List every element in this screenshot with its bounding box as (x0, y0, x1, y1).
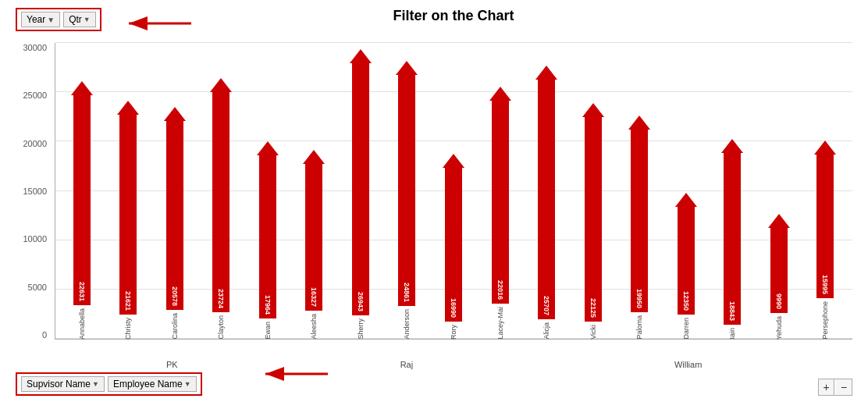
bar-value: 22016 (496, 280, 504, 300)
bottom-filter-box: Supvisor Name ▼ Employee Name ▼ (16, 372, 202, 396)
bar-group: 26943Sherry (337, 43, 384, 340)
x-axis-label: Anderson (403, 309, 411, 340)
top-arrow-annotation (121, 4, 199, 46)
employee-filter-button[interactable]: Employee Name ▼ (108, 376, 197, 392)
y-label-30000: 30000 (23, 43, 47, 52)
x-axis-label: Ewan (264, 322, 272, 340)
bar-value: 9990 (775, 293, 783, 309)
bar-value: 17964 (264, 295, 272, 315)
bar-value: 24861 (403, 283, 411, 302)
x-axis-label: Vicki (589, 325, 597, 340)
zoom-in-button[interactable]: + (819, 379, 834, 395)
bar-value: 18843 (728, 301, 736, 321)
year-label: Year (27, 14, 45, 25)
bar-group: 22631Annabella (59, 43, 105, 340)
x-axis-label: Christy (124, 318, 132, 340)
bar-value: 12350 (682, 291, 690, 311)
bar-group: 19950Paloma (616, 43, 663, 340)
x-axis-label: Paloma (635, 315, 643, 340)
y-label-0: 0 (42, 330, 47, 340)
x-axis-label: Persephone (821, 301, 829, 340)
supervisor-label: William (524, 360, 852, 369)
supervisor-row: PKRajWilliam (55, 360, 852, 369)
x-axis-label: Rory (450, 325, 457, 340)
bar-group: 23724Clayton (198, 43, 245, 340)
bar-value: 25707 (542, 296, 550, 315)
bar-group: 21621Christy (105, 43, 152, 340)
bar-value: 22631 (78, 282, 86, 301)
x-axis-label: Lacey-Mai (496, 307, 504, 340)
bar-group: 17964Ewan (244, 43, 291, 340)
employee-name-label: Employee Name (113, 379, 183, 390)
qtr-label: Qtr (69, 14, 82, 25)
bar-value: 26943 (357, 292, 365, 311)
bar-group: 24861Anderson (384, 43, 431, 340)
bar-group: 22016Lacey-Mai (477, 43, 524, 340)
x-axis-label: Iain (728, 328, 736, 340)
y-label-25000: 25000 (23, 91, 47, 100)
bars-wrapper: 22631Annabella21621Christy20578Carolina2… (55, 43, 852, 340)
qtr-filter-button[interactable]: Qtr ▼ (63, 12, 96, 27)
bar-group: 12350Darren (663, 43, 710, 340)
year-funnel-icon: ▼ (47, 16, 55, 24)
bottom-arrow-annotation (258, 358, 336, 393)
x-axis-label: Alicja (542, 322, 550, 340)
bar-value: 20578 (171, 286, 179, 306)
bar-group: 22125Vicki (570, 43, 617, 340)
bar-value: 23724 (217, 289, 225, 308)
y-label-10000: 10000 (23, 234, 47, 244)
top-filter-box: Year ▼ Qtr ▼ (16, 8, 101, 31)
chart-container: Year ▼ Qtr ▼ Filter on the Chart 30000 2… (0, 0, 868, 402)
y-label-15000: 15000 (23, 187, 47, 196)
x-axis-label: Yehuda (775, 316, 783, 340)
zoom-out-button[interactable]: − (836, 379, 852, 395)
bar-group: 16327Aleesha (291, 43, 338, 340)
supervisor-filter-button[interactable]: Supvisor Name ▼ (21, 376, 105, 392)
y-label-20000: 20000 (23, 139, 47, 148)
x-axis-label: Clayton (217, 315, 225, 340)
x-axis-label: Carolina (171, 313, 179, 340)
y-axis: 30000 25000 20000 15000 10000 5000 0 (8, 43, 51, 340)
year-filter-button[interactable]: Year ▼ (21, 12, 60, 27)
qtr-arrow-icon: ▼ (84, 16, 91, 23)
y-label-5000: 5000 (28, 283, 47, 292)
bar-value: 21621 (124, 291, 132, 311)
supervisor-label: PK (55, 360, 290, 369)
bar-value: 22125 (589, 298, 597, 318)
bar-value: 19950 (635, 289, 643, 308)
bar-group: 16990Rory (430, 43, 477, 340)
x-axis-label: Annabella (78, 308, 86, 340)
bar-group: 25707Alicja (523, 43, 570, 340)
x-axis-label: Darren (682, 318, 690, 340)
bar-value: 15995 (821, 275, 829, 294)
bar-group: 18843Iain (709, 43, 756, 340)
supervisor-arrow-icon: ▼ (92, 380, 99, 388)
supervisor-name-label: Supvisor Name (27, 379, 91, 390)
employee-arrow-icon: ▼ (184, 380, 191, 388)
bar-value: 16327 (310, 287, 318, 307)
bar-group: 20578Carolina (151, 43, 198, 340)
zoom-controls: + − (818, 379, 852, 396)
bar-value: 16990 (450, 298, 457, 318)
bar-group: 9990Yehuda (756, 43, 802, 340)
x-axis-label: Sherry (357, 318, 365, 340)
x-axis-label: Aleesha (310, 314, 318, 340)
bar-group: 15995Persephone (802, 43, 849, 340)
